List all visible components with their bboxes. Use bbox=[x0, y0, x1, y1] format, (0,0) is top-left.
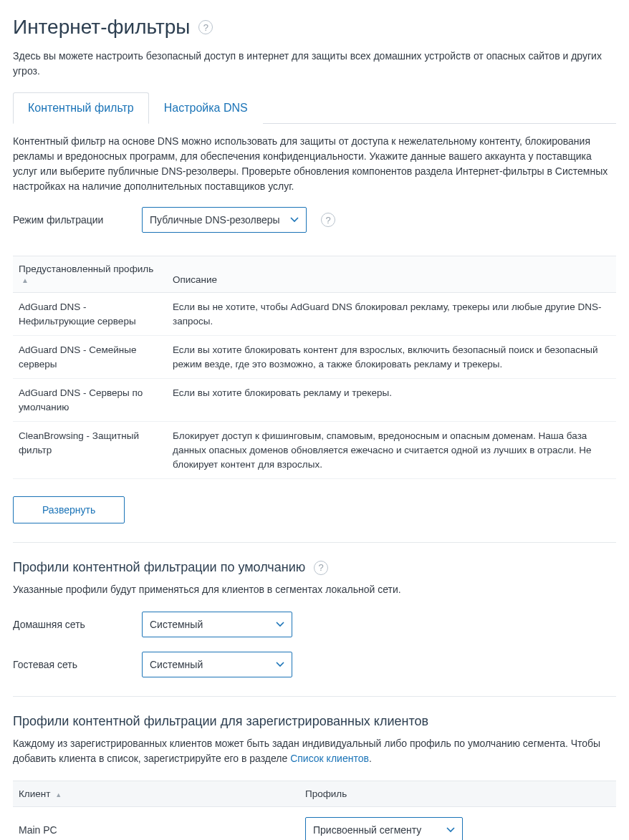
profile-name-cell: CleanBrowsing - Защитный фильтр bbox=[13, 422, 167, 479]
registered-clients-title: Профили контентной фильтрации для зареги… bbox=[13, 714, 616, 729]
sort-asc-icon: ▲ bbox=[21, 276, 29, 284]
tab-dns-settings[interactable]: Настройка DNS bbox=[149, 92, 263, 124]
filter-mode-label: Режим фильтрации bbox=[13, 214, 128, 226]
profile-desc-cell: Если вы хотите блокировать рекламу и тре… bbox=[167, 379, 616, 422]
filter-mode-select[interactable]: Публичные DNS-резолверы bbox=[142, 207, 307, 233]
profile-name-cell: AdGuard DNS - Серверы по умолчанию bbox=[13, 379, 167, 422]
content-filter-description: Контентный фильтр на основе DNS можно ис… bbox=[13, 134, 616, 194]
page-title-text: Интернет-фильтры bbox=[13, 16, 190, 39]
table-row[interactable]: AdGuard DNS - Серверы по умолчаниюЕсли в… bbox=[13, 379, 616, 422]
default-profiles-subtext: Указанные профили будут применяться для … bbox=[13, 582, 616, 597]
filter-mode-row: Режим фильтрации Публичные DNS-резолверы… bbox=[13, 207, 616, 233]
table-row[interactable]: CleanBrowsing - Семейный фильтрЗакрывает… bbox=[13, 479, 616, 486]
profile-desc-cell: Если вы не хотите, чтобы AdGuard DNS бло… bbox=[167, 293, 616, 336]
divider bbox=[13, 542, 616, 543]
client-profile-select[interactable]: Присвоенный сегменту bbox=[305, 817, 463, 840]
registered-clients-subtext: Каждому из зарегистрированных клиентов м… bbox=[13, 736, 616, 766]
default-profiles-title-text: Профили контентной фильтрации по умолчан… bbox=[13, 560, 305, 575]
chevron-down-icon bbox=[276, 622, 284, 627]
profiles-header-name[interactable]: Предустановленный профиль ▲ bbox=[13, 256, 167, 293]
profile-desc-cell: Закрывает доступ ко всем сайтам для взро… bbox=[167, 479, 616, 486]
clients-header-client[interactable]: Клиент ▲ bbox=[13, 781, 299, 807]
table-row[interactable]: AdGuard DNS - Нефильтрующие серверыЕсли … bbox=[13, 293, 616, 336]
default-profiles-title: Профили контентной фильтрации по умолчан… bbox=[13, 560, 616, 575]
expand-button[interactable]: Развернуть bbox=[13, 496, 125, 523]
tab-bar: Контентный фильтр Настройка DNS bbox=[13, 92, 616, 124]
guest-network-label: Гостевая сеть bbox=[13, 659, 128, 670]
tab-content-filter[interactable]: Контентный фильтр bbox=[13, 92, 149, 124]
clients-table: Клиент ▲ Профиль Main PCПрисвоенный сегм… bbox=[13, 781, 616, 840]
client-profile-cell: Присвоенный сегменту bbox=[299, 807, 616, 841]
help-icon[interactable]: ? bbox=[198, 20, 213, 34]
clients-header-profile[interactable]: Профиль bbox=[299, 781, 616, 807]
home-network-value: Системный bbox=[150, 619, 203, 630]
home-network-row: Домашняя сеть Системный bbox=[13, 612, 616, 637]
profile-desc-cell: Блокирует доступ к фишинговым, спамовым,… bbox=[167, 422, 616, 479]
guest-network-row: Гостевая сеть Системный bbox=[13, 652, 616, 677]
table-row[interactable]: AdGuard DNS - Семейные серверыЕсли вы хо… bbox=[13, 336, 616, 379]
help-icon[interactable]: ? bbox=[321, 213, 335, 227]
guest-network-value: Системный bbox=[150, 659, 203, 670]
client-profile-value: Присвоенный сегменту bbox=[313, 824, 421, 836]
chevron-down-icon bbox=[276, 662, 284, 667]
profile-name-cell: AdGuard DNS - Нефильтрующие серверы bbox=[13, 293, 167, 336]
clients-header-client-text: Клиент bbox=[19, 788, 50, 799]
period: . bbox=[369, 753, 372, 764]
sort-asc-icon: ▲ bbox=[55, 791, 62, 798]
chevron-down-icon bbox=[290, 217, 299, 223]
profiles-header-desc[interactable]: Описание bbox=[167, 256, 616, 293]
chevron-down-icon bbox=[446, 827, 455, 833]
profiles-table-scroll[interactable]: AdGuard DNS - Нефильтрующие серверыЕсли … bbox=[13, 293, 616, 486]
profile-name-cell: AdGuard DNS - Семейные серверы bbox=[13, 336, 167, 379]
profiles-header-name-text: Предустановленный профиль bbox=[19, 264, 153, 274]
help-icon[interactable]: ? bbox=[314, 561, 328, 575]
guest-network-select[interactable]: Системный bbox=[142, 652, 292, 677]
home-network-select[interactable]: Системный bbox=[142, 612, 292, 637]
profiles-table-wrap: Предустановленный профиль ▲ Описание AdG… bbox=[13, 256, 616, 486]
page-intro: Здесь вы можете настроить безопасный дос… bbox=[13, 49, 616, 79]
client-name-cell: Main PC bbox=[13, 807, 299, 841]
filter-mode-value: Публичные DNS-резолверы bbox=[150, 214, 280, 226]
profile-desc-cell: Если вы хотите блокировать контент для в… bbox=[167, 336, 616, 379]
table-row[interactable]: CleanBrowsing - Защитный фильтрБлокирует… bbox=[13, 422, 616, 479]
client-list-link[interactable]: Список клиентов bbox=[290, 753, 369, 764]
divider bbox=[13, 696, 616, 697]
table-row: Main PCПрисвоенный сегменту bbox=[13, 807, 616, 841]
page-title: Интернет-фильтры ? bbox=[13, 16, 616, 39]
profile-name-cell: CleanBrowsing - Семейный фильтр bbox=[13, 479, 167, 486]
home-network-label: Домашняя сеть bbox=[13, 619, 128, 630]
registered-clients-title-text: Профили контентной фильтрации для зареги… bbox=[13, 714, 428, 729]
